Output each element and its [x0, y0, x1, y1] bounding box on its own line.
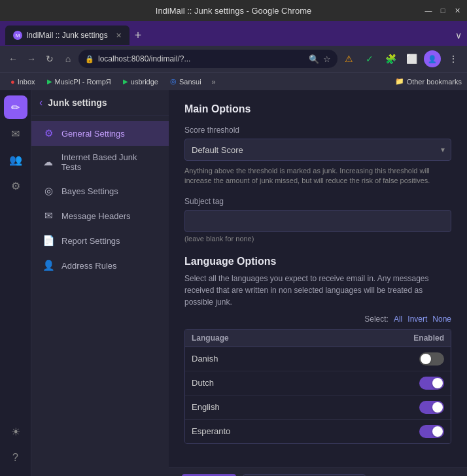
bookmark-inbox[interactable]: ● Inbox	[5, 76, 41, 87]
compose-icon-btn[interactable]: ✏	[4, 95, 27, 119]
general-settings-icon: ⚙	[42, 128, 55, 139]
other-bookmarks-button[interactable]: 📁 Other bookmarks	[395, 77, 462, 86]
subject-tag-input[interactable]	[184, 210, 451, 232]
internet-junk-icon: ☁	[42, 156, 55, 168]
score-threshold-select[interactable]: Default Score Custom	[184, 139, 451, 161]
tab-label: IndiMail :: Junk settings	[26, 31, 108, 40]
danish-label: Danish	[192, 354, 398, 364]
forward-button[interactable]: →	[24, 51, 39, 67]
address-rules-label: Address Rules	[61, 261, 117, 271]
bookmark-sansui[interactable]: ◎ Sansui	[165, 76, 207, 87]
search-icon[interactable]: 🔍	[309, 54, 319, 64]
bookmarks-bar: ● Inbox ▶ MusicPI - RompЯ ▶ usbridge ◎ S…	[0, 72, 467, 90]
english-toggle[interactable]	[419, 401, 444, 414]
check-extension-icon[interactable]: ✓	[361, 50, 378, 67]
maximize-button[interactable]: □	[438, 6, 447, 15]
window-title: IndiMail :: Junk settings - Google Chrom…	[156, 6, 311, 16]
inbox-icon-btn[interactable]: ✉	[4, 122, 27, 145]
select-label: Select:	[364, 314, 389, 324]
icon-bar: ✏ ✉ 👥 ⚙ ☀ ? ⏻	[0, 90, 31, 476]
bookmarks-more-button[interactable]: »	[208, 76, 220, 87]
sidebar-item-internet-junk-tests[interactable]: ☁ Internet Based Junk Tests	[31, 146, 169, 178]
address-rules-icon: 👤	[42, 260, 55, 271]
theme-icon-btn[interactable]: ☀	[4, 420, 27, 443]
new-tab-button[interactable]: +	[135, 29, 142, 41]
tab-menu-button[interactable]: ∨	[455, 30, 462, 41]
subject-tag-label: Subject tag	[184, 197, 451, 206]
select-all-link[interactable]: All	[394, 314, 402, 324]
sidebar-item-address-rules[interactable]: 👤 Address Rules	[31, 253, 169, 278]
esperanto-label: Esperanto	[192, 426, 398, 436]
active-tab[interactable]: M IndiMail :: Junk settings ✕	[5, 26, 130, 45]
select-none-link[interactable]: None	[432, 314, 451, 324]
dutch-toggle[interactable]	[419, 377, 444, 390]
home-button[interactable]: ⌂	[60, 51, 76, 67]
sidebar-item-general-settings[interactable]: ⚙ General Settings	[31, 121, 169, 146]
language-table-header: Language Enabled	[185, 330, 451, 347]
dutch-label: Dutch	[192, 378, 398, 388]
bookmark-star-icon[interactable]: ☆	[323, 54, 331, 64]
bookmark-musicpi[interactable]: ▶ MusicPI - RompЯ	[42, 76, 116, 87]
back-button[interactable]: ←	[5, 51, 21, 67]
report-settings-icon: 📄	[42, 235, 55, 246]
sidebar-item-bayes-settings[interactable]: ◎ Bayes Settings	[31, 178, 169, 203]
lock-icon: 🔒	[85, 55, 94, 63]
reload-button[interactable]: ↻	[42, 51, 58, 67]
tab-close-button[interactable]: ✕	[116, 31, 122, 40]
minimize-button[interactable]: —	[424, 6, 433, 15]
bookmark-musicpi-label: MusicPI - RompЯ	[55, 78, 111, 86]
title-bar: IndiMail :: Junk settings - Google Chrom…	[0, 0, 467, 21]
danish-toggle-wrap	[398, 352, 444, 366]
sidebar-item-report-settings[interactable]: 📄 Report Settings	[31, 228, 169, 253]
message-headers-label: Message Headers	[61, 211, 131, 221]
folder-icon: 📁	[395, 77, 404, 86]
report-settings-label: Report Settings	[61, 236, 120, 246]
bookmark-usbridge-label: usbridge	[131, 78, 158, 86]
score-threshold-wrap: Default Score Custom ▾	[184, 139, 451, 161]
language-table: Language Enabled Danish	[184, 329, 451, 444]
language-row-english: English	[185, 396, 451, 420]
content-inner: Main Options Score threshold Default Sco…	[169, 90, 467, 467]
sidebar-item-message-headers[interactable]: ✉ Message Headers	[31, 203, 169, 228]
internet-junk-label: Internet Based Junk Tests	[61, 152, 158, 172]
select-invert-link[interactable]: Invert	[407, 314, 427, 324]
main-scroll-content[interactable]: Main Options Score threshold Default Sco…	[169, 90, 467, 467]
footer-bar: ✓ Save ↺ Restore Default Settings	[169, 467, 467, 476]
bookmark-usbridge[interactable]: ▶ usbridge	[118, 76, 164, 87]
usbridge-favicon: ▶	[123, 78, 128, 85]
score-threshold-hint: Anything above the threshold is marked a…	[184, 166, 451, 186]
screen-cast-icon[interactable]: ⬜	[403, 50, 420, 67]
address-bar-row: ← → ↻ ⌂ 🔒 localhost:8080/indimail/?... 🔍…	[0, 46, 467, 72]
danish-toggle[interactable]	[419, 352, 444, 366]
sidebar: ‹ Junk settings ⚙ General Settings ☁ Int…	[31, 90, 169, 476]
tab-favicon: M	[13, 31, 22, 40]
language-options-title: Language Options	[184, 256, 451, 267]
sansui-favicon: ◎	[170, 77, 177, 86]
power-icon-btn[interactable]: ⏻	[4, 472, 27, 476]
language-options-desc: Select all the languages you expect to r…	[184, 273, 451, 308]
profile-avatar[interactable]: 👤	[424, 50, 441, 67]
puzzle-icon[interactable]: 🧩	[382, 50, 399, 67]
bookmark-sansui-label: Sansui	[179, 78, 201, 86]
sidebar-back-button[interactable]: ‹	[39, 97, 43, 109]
sidebar-nav: ⚙ General Settings ☁ Internet Based Junk…	[31, 116, 169, 476]
address-text: localhost:8080/indimail/?...	[98, 54, 305, 63]
sidebar-title: Junk settings	[48, 97, 107, 108]
close-button[interactable]: ✕	[453, 6, 462, 15]
shield-extension-icon[interactable]: ⚠	[340, 50, 357, 67]
main-options-title: Main Options	[184, 103, 451, 115]
contacts-icon-btn[interactable]: 👥	[4, 148, 27, 171]
settings-icon-btn[interactable]: ⚙	[4, 174, 27, 197]
musicpi-favicon: ▶	[47, 78, 52, 85]
help-icon-btn[interactable]: ?	[4, 446, 27, 469]
chrome-menu-icon[interactable]: ⋮	[445, 50, 462, 67]
app-layout: ✏ ✉ 👥 ⚙ ☀ ? ⏻ ‹ Junk settings ⚙ General …	[0, 90, 467, 476]
enabled-col-header: Enabled	[398, 333, 444, 343]
right-panel: Main Options Score threshold Default Sco…	[169, 90, 467, 476]
leave-blank-hint: (leave blank for none)	[184, 235, 451, 243]
esperanto-toggle[interactable]	[419, 425, 444, 438]
address-bar[interactable]: 🔒 localhost:8080/indimail/?... 🔍 ☆	[78, 50, 337, 68]
language-col-header: Language	[192, 333, 398, 343]
language-row-danish: Danish	[185, 347, 451, 371]
browser-chrome: M IndiMail :: Junk settings ✕ + ∨ ← → ↻ …	[0, 21, 467, 90]
